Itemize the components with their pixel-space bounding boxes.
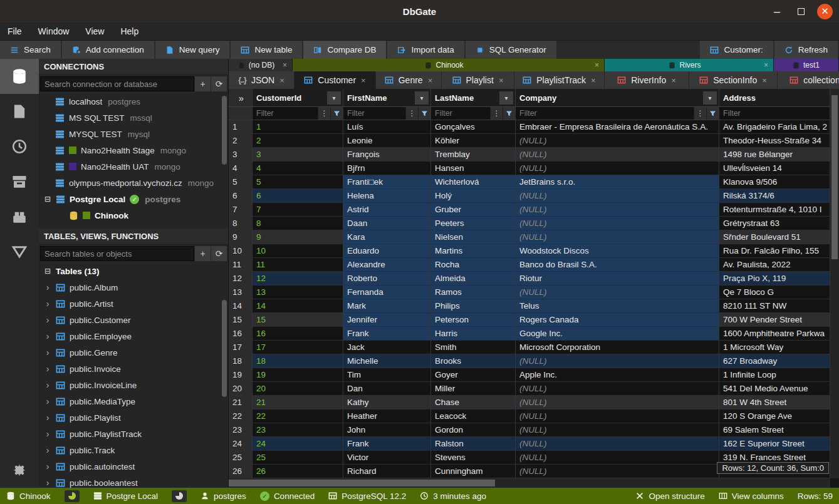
row-number[interactable]: 16: [229, 327, 253, 341]
status-chinook[interactable]: Chinook: [6, 491, 51, 501]
table-item-public-album[interactable]: ›public.Album: [39, 279, 228, 296]
row-number[interactable]: 18: [229, 354, 253, 368]
expand-all-button[interactable]: »: [229, 89, 253, 107]
collapse-expander-icon[interactable]: ⊟: [44, 195, 51, 203]
close-tab-icon[interactable]: ×: [499, 76, 504, 85]
cell-customerid-row5[interactable]: 5: [253, 175, 343, 189]
cell-lastname-row9[interactable]: Nielsen: [431, 230, 516, 244]
chevron-right-icon[interactable]: ›: [44, 315, 51, 325]
row-number[interactable]: 6: [229, 189, 253, 203]
cell-lastname-row4[interactable]: Hansen: [431, 162, 516, 175]
cell-firstname-row21[interactable]: Kathy: [343, 396, 431, 409]
cell-address-row7[interactable]: Rotenturmstraße 4, 1010 I: [719, 203, 830, 217]
toolbar-button-sql-generator[interactable]: SQL Generator: [466, 41, 556, 59]
table-item-public-autoinctest[interactable]: ›public.autoinctest: [39, 458, 228, 475]
column-menu-chevron-icon[interactable]: ▾: [499, 91, 513, 105]
cell-company-row16[interactable]: Google Inc.: [516, 327, 719, 341]
column-header-lastname[interactable]: LastName▾: [431, 89, 516, 107]
close-tab-icon[interactable]: ×: [764, 61, 768, 69]
grid-vertical-scrollbar[interactable]: [830, 89, 839, 478]
cell-firstname-row3[interactable]: François: [343, 148, 431, 162]
chevron-right-icon[interactable]: ›: [44, 331, 51, 341]
row-number[interactable]: 24: [229, 437, 253, 451]
cell-address-row9[interactable]: Sřnder Boulevard 51: [719, 230, 830, 244]
table-item-public-playlisttrack[interactable]: ›public.PlaylistTrack: [39, 426, 228, 442]
tab-json[interactable]: {..}JSON×: [229, 71, 294, 89]
tab-collection[interactable]: collection: [778, 71, 839, 89]
cell-customerid-row20[interactable]: 20: [253, 382, 343, 396]
cell-customerid-row7[interactable]: 7: [253, 203, 343, 217]
chevron-right-icon[interactable]: ›: [44, 445, 51, 455]
close-tab-icon[interactable]: ×: [591, 76, 596, 85]
close-tab-icon[interactable]: ×: [671, 76, 676, 85]
connections-search-input[interactable]: [40, 76, 194, 91]
cell-company-row9[interactable]: (NULL): [516, 230, 719, 244]
cell-lastname-row23[interactable]: Gordon: [431, 423, 516, 437]
cell-lastname-row1[interactable]: Gonçalves: [431, 120, 516, 134]
table-item-public-employee[interactable]: ›public.Employee: [39, 328, 228, 344]
table-item-public-invoiceline[interactable]: ›public.InvoiceLine: [39, 377, 228, 393]
row-number[interactable]: 8: [229, 217, 253, 230]
cell-firstname-row20[interactable]: Dan: [343, 382, 431, 396]
add-table-plus-button[interactable]: +: [194, 246, 211, 261]
cell-customerid-row23[interactable]: 23: [253, 423, 343, 437]
connection-item-nano2health-stage[interactable]: Nano2Health Stagemongo: [39, 142, 228, 158]
cell-address-row20[interactable]: 541 Del Medio Avenue: [719, 382, 830, 396]
toolbar-button-new-query[interactable]: New query: [155, 41, 230, 59]
toolbar-button-add-connection[interactable]: Add connection: [62, 41, 154, 59]
cell-address-row18[interactable]: 627 Broadway: [719, 354, 830, 368]
cell-lastname-row24[interactable]: Ralston: [431, 437, 516, 451]
cell-address-row12[interactable]: Praça Pio X, 119: [719, 272, 830, 285]
toolbar-button-compare-db[interactable]: Compare DB: [303, 41, 386, 59]
cell-firstname-row2[interactable]: Leonie: [343, 134, 431, 148]
cell-customerid-row17[interactable]: 17: [253, 341, 343, 354]
cell-address-row19[interactable]: 1 Infinite Loop: [719, 368, 830, 382]
row-number[interactable]: 13: [229, 285, 253, 299]
activity-history[interactable]: [0, 129, 39, 164]
connection-item-postgre-local[interactable]: ⊟Postgre Local✓postgres: [39, 191, 228, 207]
cell-firstname-row16[interactable]: Frank: [343, 327, 431, 341]
filter-funnel-icon[interactable]: [418, 107, 430, 120]
filter-input-firstname[interactable]: [343, 107, 405, 120]
close-tab-icon[interactable]: ×: [595, 61, 599, 69]
table-item-public-track[interactable]: ›public.Track: [39, 442, 228, 458]
activity-file[interactable]: [0, 94, 39, 129]
tables-scrollbar[interactable]: [222, 265, 227, 485]
menu-help[interactable]: Help: [120, 26, 138, 36]
toolbar-button-new-table[interactable]: New table: [231, 41, 302, 59]
activity-triangle[interactable]: [0, 234, 39, 269]
tab-sectioninfo[interactable]: SectionInfo×: [689, 71, 778, 89]
cell-address-row5[interactable]: Klanova 9/506: [719, 175, 830, 189]
cell-address-row15[interactable]: 700 W Pender Street: [719, 313, 830, 327]
activity-archive[interactable]: [0, 164, 39, 199]
cell-lastname-row5[interactable]: Wichterlová: [431, 175, 516, 189]
cell-address-row10[interactable]: Rua Dr. Falcão Filho, 155: [719, 244, 830, 258]
column-header-company[interactable]: Company▾: [516, 89, 719, 107]
maximize-button[interactable]: [793, 4, 808, 19]
toolbar-button-search[interactable]: Search: [0, 41, 61, 59]
cell-lastname-row10[interactable]: Martins: [431, 244, 516, 258]
row-number[interactable]: 14: [229, 299, 253, 313]
cell-firstname-row10[interactable]: Eduardo: [343, 244, 431, 258]
row-number[interactable]: 5: [229, 175, 253, 189]
cell-company-row7[interactable]: (NULL): [516, 203, 719, 217]
cell-address-row23[interactable]: 69 Salem Street: [719, 423, 830, 437]
cell-lastname-row17[interactable]: Smith: [431, 341, 516, 354]
cell-firstname-row23[interactable]: John: [343, 423, 431, 437]
cell-customerid-row9[interactable]: 9: [253, 230, 343, 244]
cell-company-row13[interactable]: (NULL): [516, 285, 719, 299]
close-tab-icon[interactable]: ×: [279, 76, 284, 85]
connection-item-localhost[interactable]: localhostpostgres: [39, 93, 228, 110]
cell-lastname-row18[interactable]: Brooks: [431, 354, 516, 368]
cell-customerid-row10[interactable]: 10: [253, 244, 343, 258]
cell-customerid-row8[interactable]: 8: [253, 217, 343, 230]
table-item-public-genre[interactable]: ›public.Genre: [39, 344, 228, 361]
cell-address-row6[interactable]: Rilská 3174/6: [719, 189, 830, 203]
tab-customer[interactable]: Customer×: [294, 71, 376, 89]
cell-company-row6[interactable]: (NULL): [516, 189, 719, 203]
db-tab--no-db-[interactable]: (no DB)×: [229, 59, 293, 71]
filter-input-lastname[interactable]: [431, 107, 490, 120]
filter-input-company[interactable]: [516, 107, 694, 120]
row-number[interactable]: 10: [229, 244, 253, 258]
cell-firstname-row15[interactable]: Jennifer: [343, 313, 431, 327]
